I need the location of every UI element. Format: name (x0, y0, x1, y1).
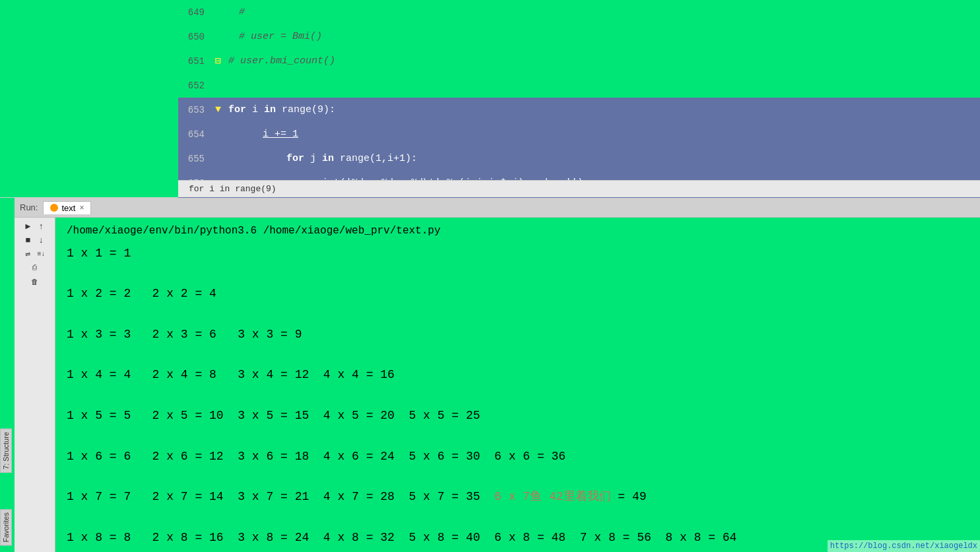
control-row-3: ⇌ ≡↓ (22, 248, 48, 260)
code-text-654: i += 1 (215, 129, 298, 140)
code-text-651: # user.bmi_count() (228, 55, 335, 67)
output-area: /home/xiaoge/env/bin/python3.6 /home/xia… (56, 218, 980, 552)
run-tab-icon (50, 204, 58, 212)
output-line-blank-2 (67, 305, 969, 324)
output-line-blank-1 (67, 264, 969, 283)
code-text-655: for j in range(1,i+1): (215, 153, 417, 164)
run-tab-name: text (61, 203, 75, 213)
run-controls: ▶ ↑ ■ ↓ ⇌ ≡↓ ⎙ 🗑 (15, 218, 55, 552)
favorites-label: Favorites (2, 512, 10, 542)
control-row-4: ⎙ (29, 262, 41, 274)
sidebar-favorites-tab[interactable]: Favorites (0, 509, 12, 545)
output-line-1: 1 x 1 = 1 (67, 244, 969, 263)
control-row-2: ■ ↓ (22, 234, 48, 246)
tooltip-text: for i in range(9) (189, 184, 277, 194)
code-text-650: # user = Bmi() (215, 31, 322, 42)
sidebar-structure-tab[interactable]: 7: Structure (0, 429, 12, 473)
arrow-651: ⊟ (215, 55, 226, 67)
line-number-653: 653 (183, 105, 215, 115)
output-line-5: 1 x 5 = 5 2 x 5 = 10 3 x 5 = 15 4 x 5 = … (67, 406, 969, 425)
line-number-652: 652 (183, 80, 215, 91)
line-number-650: 650 (183, 32, 215, 42)
output-line-blank-5 (67, 427, 969, 446)
code-line-651: 651 ⊟ # user.bmi_count() (178, 49, 980, 73)
code-line-649: 649 # (178, 0, 980, 24)
code-line-654: 654 i += 1 (178, 122, 980, 146)
line-number-651: 651 (183, 56, 215, 67)
output-line-6: 1 x 6 = 6 2 x 6 = 12 3 x 6 = 18 4 x 6 = … (67, 447, 969, 466)
output-line-blank-7 (67, 508, 969, 527)
tooltip-bar: for i in range(9) (178, 180, 980, 197)
run-label: Run: (20, 202, 38, 212)
down-button[interactable]: ↓ (36, 234, 48, 246)
run-tab[interactable]: text × (43, 201, 91, 214)
arrow-653: ▼ (215, 104, 226, 115)
output-line-2: 1 x 2 = 2 2 x 2 = 4 (67, 284, 969, 303)
code-line-650: 650 # user = Bmi() (178, 24, 980, 49)
code-line-653: 653 ▼ for i in range(9): (178, 98, 980, 122)
output-cmd: /home/xiaoge/env/bin/python3.6 /home/xia… (67, 223, 969, 240)
code-lines: 649 # 650 # user = Bmi() 651 ⊟ # user.bm… (178, 0, 980, 197)
rerun-button[interactable]: ⇌ (22, 248, 34, 260)
code-line-652: 652 (178, 73, 980, 98)
format-button[interactable]: ≡↓ (36, 248, 48, 260)
output-line-blank-6 (67, 467, 969, 486)
up-button[interactable]: ↑ (36, 220, 48, 232)
control-row-1: ▶ ↑ (22, 220, 48, 232)
control-row-5: 🗑 (29, 276, 41, 288)
line-number-649: 649 (183, 7, 215, 18)
run-tab-bar: Run: text × (15, 198, 980, 218)
stop-button[interactable]: ■ (22, 234, 34, 246)
code-editor: 649 # 650 # user = Bmi() 651 ⊟ # user.bm… (0, 0, 980, 198)
csdn-link: https://blog.csdn.net/xiaogeldx (828, 540, 980, 552)
code-text-649: # (215, 7, 245, 18)
structure-label: 7: Structure (2, 432, 10, 470)
output-line-3: 1 x 3 = 3 2 x 3 = 6 3 x 3 = 9 (67, 325, 969, 344)
output-line-blank-4 (67, 386, 969, 405)
csdn-text: https://blog.csdn.net/xiaogeldx (830, 541, 977, 551)
print-button[interactable]: ⎙ (29, 262, 41, 274)
line-number-654: 654 (183, 129, 215, 140)
line-number-655: 655 (183, 154, 215, 164)
run-tab-close[interactable]: × (79, 203, 84, 212)
output-line-blank-3 (67, 346, 969, 365)
code-text-653: for i in range(9): (228, 104, 335, 115)
delete-button[interactable]: 🗑 (29, 276, 41, 288)
code-line-655: 655 for j in range(1,i+1): (178, 146, 980, 171)
play-button[interactable]: ▶ (22, 220, 34, 232)
output-line-4: 1 x 4 = 4 2 x 4 = 8 3 x 4 = 12 4 x 4 = 1… (67, 365, 969, 384)
output-line-7: 1 x 7 = 7 2 x 7 = 14 3 x 7 = 21 4 x 7 = … (67, 487, 969, 506)
